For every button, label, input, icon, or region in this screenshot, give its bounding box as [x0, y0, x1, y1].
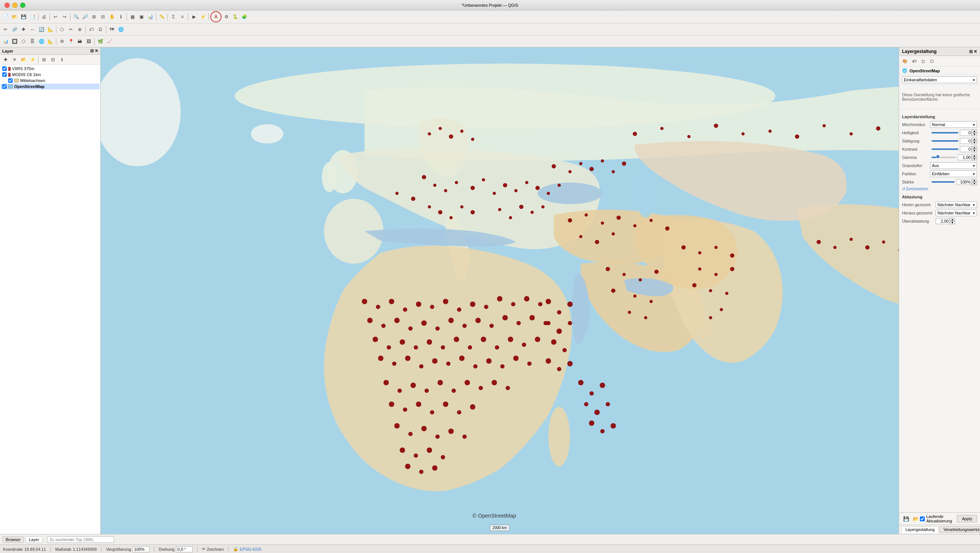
saettigung-up[interactable]: ▲ — [972, 138, 977, 141]
close-button[interactable] — [5, 3, 10, 8]
apply-button[interactable]: Apply — [957, 515, 977, 523]
layer-checkbox-mittelsachsen[interactable] — [8, 78, 13, 83]
add-feature-icon[interactable]: ✚ — [19, 25, 28, 33]
georef-icon[interactable]: 🗺 — [108, 25, 116, 33]
gps-icon[interactable]: 📍 — [67, 37, 75, 46]
move-feature-icon[interactable]: ↔ — [28, 25, 37, 33]
renderer-dropdown[interactable]: Einkanalfarbdaten — [902, 76, 977, 83]
tab-browser[interactable]: Browser — [2, 536, 24, 543]
settings-icon[interactable]: ⚙ — [222, 13, 231, 21]
zuruecksetzen-button[interactable]: ↺ Zurücksetzen — [902, 187, 977, 191]
python-icon[interactable]: 🐍 — [231, 13, 239, 21]
node-icon[interactable]: ⬡ — [58, 25, 66, 33]
layer-item-modis[interactable]: ▓ MODIS C6 1km — [1, 72, 100, 78]
ueberabtastung-down[interactable]: ▼ — [950, 221, 955, 224]
zoom-full-icon[interactable]: ⊞ — [90, 13, 98, 21]
layout-icon[interactable]: 🖼 — [85, 37, 93, 46]
hinein-dropdown-wrapper[interactable]: Nächster Nachbar — [935, 201, 977, 208]
attribute-table-icon[interactable]: 📊 — [146, 13, 154, 21]
graustufen-dropdown-wrapper[interactable]: Aus — [930, 162, 977, 169]
heraus-dropdown-wrapper[interactable]: Nächster Nachbar — [935, 210, 977, 216]
kontrast-up[interactable]: ▲ — [972, 146, 977, 149]
vergroesserung-input[interactable] — [133, 546, 150, 552]
raster-icon[interactable]: 🔲 — [10, 37, 19, 46]
mischmodus-dropdown-wrapper[interactable]: Normal — [930, 121, 977, 128]
panel-close-icon[interactable]: ✕ — [95, 48, 98, 53]
saettigung-slider[interactable] — [932, 140, 958, 142]
saettigung-input[interactable] — [960, 138, 972, 144]
open-project-icon[interactable]: 📂 — [10, 13, 19, 21]
ueberabtastung-up[interactable]: ▲ — [950, 218, 955, 221]
hinein-dropdown[interactable]: Nächster Nachbar — [935, 201, 977, 208]
rp-tab-labels[interactable]: 🏷 — [910, 57, 918, 65]
remove-layer-icon[interactable]: ✕ — [10, 56, 19, 64]
gamma-up[interactable]: ▲ — [972, 154, 977, 157]
layer-checkbox-osm[interactable] — [2, 84, 7, 89]
rp-btab-layergestaltung[interactable]: Layergestaltung — [901, 526, 939, 533]
merge-icon[interactable]: ⊕ — [76, 25, 84, 33]
tab-layer[interactable]: Layer — [25, 536, 43, 543]
deselect-icon[interactable]: ▣ — [137, 13, 145, 21]
panel-collapse-icon[interactable]: ⊟ — [90, 48, 94, 53]
layer-checkbox-viirs[interactable] — [2, 67, 7, 71]
rp-close-icon[interactable]: ✕ — [974, 49, 977, 54]
graustufen-dropdown[interactable]: Aus — [930, 162, 977, 169]
map-canvas[interactable]: © OpenStreetMap — [101, 48, 899, 534]
heraus-dropdown[interactable]: Nächster Nachbar — [935, 210, 977, 216]
pan-icon[interactable]: ✋ — [108, 13, 116, 21]
statistics-icon[interactable]: Σ — [169, 13, 178, 21]
map-area[interactable]: © OpenStreetMap 2000 km — [101, 48, 899, 534]
rp-tab-3d[interactable]: ⬡ — [928, 57, 935, 65]
renderer-dropdown-wrapper[interactable]: Einkanalfarbdaten — [902, 76, 977, 83]
einfaerben-dropdown[interactable]: Einfärben — [930, 170, 977, 177]
ueberabtastung-spinbox[interactable]: ▲ ▼ — [935, 218, 955, 224]
field-calc-icon[interactable]: Ω — [96, 25, 104, 33]
expand-all-icon[interactable]: ⊟ — [49, 56, 57, 64]
digitize-icon[interactable]: ✏ — [2, 25, 10, 33]
run-icon[interactable]: ▶ — [190, 13, 198, 21]
layer-checkbox-modis[interactable] — [2, 72, 7, 77]
helligkeit-input[interactable] — [960, 130, 972, 136]
saga-icon[interactable]: 📈 — [105, 37, 113, 46]
ueberabtastung-input[interactable] — [935, 218, 950, 224]
rotate-icon[interactable]: 🔄 — [37, 25, 46, 33]
filter-icon[interactable]: ⚡ — [28, 56, 37, 64]
layer-item-mittelsachsen[interactable]: Mittelsachsen — [7, 78, 100, 84]
collapse-all-icon[interactable]: ⊞ — [40, 56, 48, 64]
open-layer-icon[interactable]: 📂 — [19, 56, 28, 64]
minimize-button[interactable] — [12, 3, 18, 8]
print-icon[interactable]: 🖨 — [40, 13, 48, 21]
scale-icon[interactable]: 📐 — [46, 25, 54, 33]
staerke-spinbox[interactable]: ▲ ▼ — [956, 179, 977, 185]
kontrast-down[interactable]: ▼ — [972, 149, 977, 153]
staerke-down[interactable]: ▼ — [972, 182, 977, 185]
gamma-down[interactable]: ▼ — [972, 157, 977, 161]
processing-icon[interactable]: ⚙ — [58, 37, 66, 46]
save-as-icon[interactable]: 📑 — [28, 13, 37, 21]
split-icon[interactable]: ✂ — [67, 25, 75, 33]
helligkeit-slider[interactable] — [932, 132, 958, 133]
measure-icon[interactable]: 📏 — [158, 13, 166, 21]
tile-layer-icon[interactable]: 🌐 — [117, 25, 125, 33]
database-icon[interactable]: 🗄 — [28, 37, 37, 46]
undo-icon[interactable]: ↩ — [51, 13, 60, 21]
staerke-up[interactable]: ▲ — [972, 179, 977, 182]
rp-tab-mask[interactable]: ◻ — [919, 57, 927, 65]
new-project-icon[interactable]: 📄 — [2, 13, 10, 21]
kontrast-spinbox[interactable]: ▲ ▼ — [960, 146, 977, 153]
helligkeit-down[interactable]: ▼ — [972, 133, 977, 136]
laufend-checkbox[interactable] — [920, 516, 925, 521]
staerke-input[interactable] — [956, 179, 972, 185]
helligkeit-spinbox[interactable]: ▲ ▼ — [960, 129, 977, 136]
rp-btab-verarbeitungswerkzeuge[interactable]: Verarbeitungswerkzeuge — [939, 526, 980, 533]
rp-collapse-icon[interactable]: ⊟ — [969, 49, 972, 54]
calculator-icon[interactable]: ≡ — [178, 13, 186, 21]
rp-tab-symbology[interactable]: 🎨 — [901, 57, 909, 65]
kontrast-input[interactable] — [960, 146, 972, 152]
layer-search-input[interactable] — [47, 536, 114, 543]
web-icon[interactable]: 🌐 — [37, 37, 46, 46]
epsg-value[interactable]: EPSG:4326 — [240, 547, 261, 551]
snap-icon[interactable]: 🔗 — [10, 25, 19, 33]
gamma-input[interactable] — [958, 154, 972, 160]
einfaerben-dropdown-wrapper[interactable]: Einfärben — [930, 170, 977, 177]
